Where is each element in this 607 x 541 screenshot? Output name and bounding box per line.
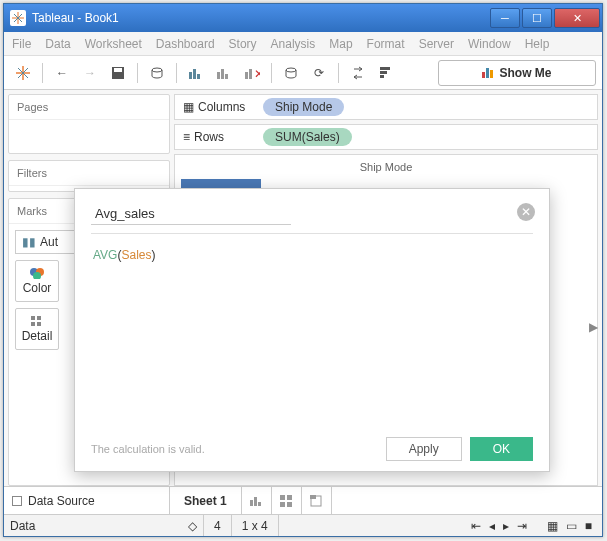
svg-rect-21 [380,75,384,78]
workspace: Pages Filters Marks ▮▮ Aut Color [4,90,602,486]
maximize-button[interactable]: ☐ [522,8,552,28]
refresh-button[interactable]: ⟳ [306,60,332,86]
toolbar: ← → ✕ ⟳ Show Me [4,56,602,90]
menu-story[interactable]: Story [229,37,257,51]
menu-data[interactable]: Data [45,37,70,51]
svg-rect-17 [245,72,248,79]
nav-buttons: ⇤ ◂ ▸ ⇥ ▦ ▭ ■ [461,519,602,533]
duplicate-button[interactable] [211,60,237,86]
sheet-tabs: Data Source Sheet 1 [4,486,602,514]
menu-analysis[interactable]: Analysis [271,37,316,51]
svg-point-20 [286,68,296,72]
calc-formula-editor[interactable]: AVG(Sales) [91,233,533,431]
rows-icon: ≡ [183,130,190,144]
grid-view-icon[interactable]: ▦ [545,519,560,533]
close-button[interactable]: ✕ [554,8,600,28]
rows-pill[interactable]: SUM(Sales) [263,128,352,146]
last-icon[interactable]: ⇥ [515,519,529,533]
datasource-icon [12,496,22,506]
status-dims: 1 x 4 [232,515,279,536]
columns-pill[interactable]: Ship Mode [263,98,344,116]
tableau-logo-icon [10,10,26,26]
datasource-button[interactable] [144,60,170,86]
svg-rect-11 [189,72,192,79]
dropdown-icon: ◇ [188,519,197,533]
forward-button[interactable]: → [77,60,103,86]
apply-button[interactable]: Apply [386,437,462,461]
show-me-button[interactable]: Show Me [438,60,596,86]
minimize-button[interactable]: ─ [490,8,520,28]
slide-icon[interactable]: ■ [583,519,594,533]
svg-point-10 [152,68,162,72]
svg-rect-22 [380,71,387,74]
menu-server[interactable]: Server [419,37,454,51]
tableau-icon[interactable] [10,60,36,86]
detail-button[interactable]: Detail [15,308,59,350]
new-sheet-button[interactable] [183,60,209,86]
rows-shelf[interactable]: ≡Rows SUM(Sales) [174,124,598,150]
svg-rect-30 [37,322,41,326]
svg-rect-28 [37,316,41,320]
calculated-field-dialog: ✕ AVG(Sales) The calculation is valid. A… [74,188,550,472]
svg-rect-18 [249,69,252,79]
formula-function: AVG [93,248,117,262]
data-source-tab[interactable]: Data Source [4,487,170,514]
formula-field: Sales [121,248,151,262]
autoupdate-button[interactable] [278,60,304,86]
sort-asc-button[interactable] [373,60,399,86]
swap-button[interactable] [345,60,371,86]
new-story-button[interactable] [302,487,332,514]
menu-map[interactable]: Map [329,37,352,51]
menu-file[interactable]: File [12,37,31,51]
svg-rect-15 [221,69,224,79]
menu-help[interactable]: Help [525,37,550,51]
dialog-close-icon[interactable]: ✕ [517,203,535,221]
pages-label: Pages [9,95,169,120]
sheet-tab[interactable]: Sheet 1 [170,487,242,514]
status-bar: Data ◇ 4 1 x 4 ⇤ ◂ ▸ ⇥ ▦ ▭ ■ [4,514,602,536]
rows-label: Rows [194,130,224,144]
back-button[interactable]: ← [49,60,75,86]
bar-icon: ▮▮ [22,235,36,249]
viz-header: Ship Mode [175,155,597,179]
svg-rect-32 [254,497,257,506]
palette-icon [29,267,45,279]
svg-rect-27 [31,316,35,320]
expand-icon[interactable]: ▶ [589,320,599,336]
svg-rect-37 [287,502,292,507]
ok-button[interactable]: OK [470,437,533,461]
clear-button[interactable]: ✕ [239,60,265,86]
columns-label: Columns [198,100,245,114]
columns-icon: ▦ [183,100,194,114]
status-field-dropdown[interactable]: Data ◇ [4,515,204,536]
svg-rect-36 [280,502,285,507]
pages-shelf[interactable]: Pages [8,94,170,154]
columns-shelf[interactable]: ▦Columns Ship Mode [174,94,598,120]
svg-rect-39 [310,495,316,499]
first-icon[interactable]: ⇤ [469,519,483,533]
svg-rect-12 [193,69,196,79]
menu-worksheet[interactable]: Worksheet [85,37,142,51]
menu-dashboard[interactable]: Dashboard [156,37,215,51]
new-worksheet-button[interactable] [242,487,272,514]
menu-bar: File Data Worksheet Dashboard Story Anal… [4,32,602,56]
prev-icon[interactable]: ◂ [487,519,497,533]
status-marks: 4 [204,515,232,536]
new-dashboard-button[interactable] [272,487,302,514]
svg-rect-35 [287,495,292,500]
save-button[interactable] [105,60,131,86]
filmstrip-icon[interactable]: ▭ [564,519,579,533]
color-button[interactable]: Color [15,260,59,302]
detail-icon [30,315,44,327]
menu-format[interactable]: Format [367,37,405,51]
calc-status: The calculation is valid. [91,443,378,455]
calc-name-input[interactable] [91,203,291,225]
window-title: Tableau - Book1 [32,11,490,25]
svg-rect-9 [114,68,122,72]
menu-window[interactable]: Window [468,37,511,51]
app-window: Tableau - Book1 ─ ☐ ✕ File Data Workshee… [3,3,603,537]
next-icon[interactable]: ▸ [501,519,511,533]
svg-text:✕: ✕ [254,67,260,80]
svg-rect-31 [250,500,253,506]
svg-rect-33 [258,502,261,506]
